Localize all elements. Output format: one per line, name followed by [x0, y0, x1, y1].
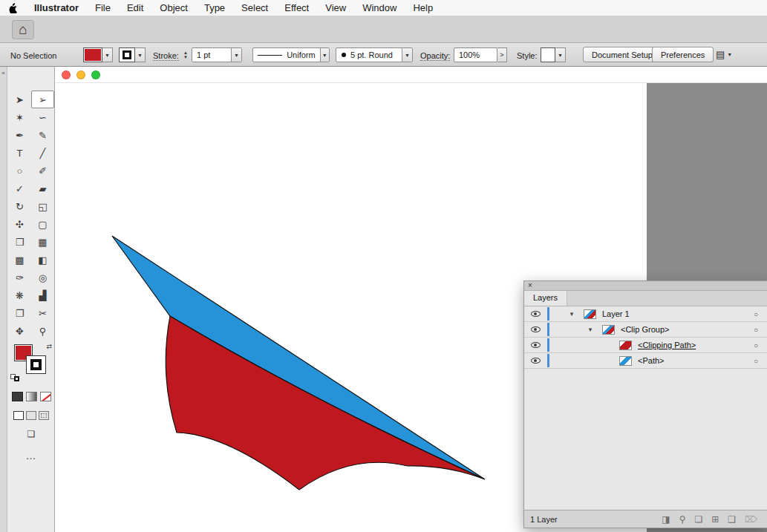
brush-dropdown-icon[interactable]: ▼: [402, 48, 412, 62]
target-circle-icon[interactable]: ○: [754, 341, 758, 349]
stroke-color-swatch[interactable]: [119, 47, 135, 62]
home-button[interactable]: ⌂: [12, 20, 34, 39]
visibility-eye-icon[interactable]: [531, 358, 541, 364]
collapse-panels-icon[interactable]: «: [1, 70, 4, 76]
rotate-tool[interactable]: ↻: [8, 197, 31, 215]
opacity-more-button[interactable]: >: [497, 47, 507, 62]
locate-object-icon[interactable]: ⚲: [679, 514, 686, 525]
slice-tool[interactable]: ✂: [31, 304, 54, 322]
delete-selection-icon[interactable]: ⌦: [745, 514, 757, 525]
default-fill-stroke-icon[interactable]: [10, 374, 19, 381]
expand-chevron-icon[interactable]: ▾: [567, 310, 576, 318]
selection-tool[interactable]: ➤: [8, 91, 31, 108]
stroke-color-control[interactable]: ▼: [119, 47, 146, 62]
layer-row-clipping-path[interactable]: <Clipping Path> ○: [524, 338, 767, 353]
menu-effect[interactable]: Effect: [284, 2, 309, 13]
menu-select[interactable]: Select: [241, 2, 268, 13]
draw-normal-icon[interactable]: [13, 411, 24, 420]
app-menu-illustrator[interactable]: Illustrator: [34, 2, 79, 13]
new-sublayer-icon[interactable]: ⊞: [711, 514, 719, 525]
paintbrush-tool[interactable]: ✐: [31, 162, 54, 180]
menu-object[interactable]: Object: [160, 2, 188, 13]
visibility-eye-icon[interactable]: [531, 311, 541, 317]
symbol-sprayer-tool[interactable]: ❋: [8, 286, 31, 304]
layer-row-path[interactable]: <Path> ○: [524, 353, 767, 369]
draw-behind-icon[interactable]: [26, 411, 36, 420]
pen-tool[interactable]: ✒: [8, 126, 31, 144]
opacity-field[interactable]: 100%: [454, 47, 497, 62]
blend-tool[interactable]: ◎: [31, 269, 54, 286]
none-mode-button[interactable]: [40, 392, 51, 401]
brush-definition-combo[interactable]: 5 pt. Round ▼: [336, 47, 413, 62]
artboard-tool[interactable]: ❐: [8, 304, 31, 322]
color-mode-button[interactable]: [12, 392, 23, 401]
menu-window[interactable]: Window: [362, 2, 396, 13]
preferences-button[interactable]: Preferences: [652, 47, 714, 62]
fill-color-control[interactable]: ▼: [83, 47, 113, 62]
variable-width-profile-combo[interactable]: Uniform ▼: [252, 47, 330, 62]
zoom-tool[interactable]: ⚲: [31, 322, 54, 340]
stroke-panel-link[interactable]: Stroke:: [153, 51, 179, 61]
document-setup-button[interactable]: Document Setup: [583, 47, 662, 62]
close-window-button[interactable]: [62, 70, 71, 79]
stroke-weight-stepper[interactable]: ▲▼: [183, 47, 188, 62]
eyedropper-tool[interactable]: ✑: [8, 269, 31, 286]
mesh-tool[interactable]: ▩: [8, 251, 31, 269]
menu-view[interactable]: View: [325, 2, 346, 13]
shaper-tool[interactable]: ✓: [8, 180, 31, 197]
stroke-weight-combo[interactable]: 1 pt ▼: [192, 47, 242, 62]
line-segment-tool[interactable]: ╱: [31, 144, 54, 162]
edit-toolbar-icon[interactable]: …: [7, 450, 55, 462]
curvature-tool[interactable]: ✎: [31, 126, 54, 144]
graphic-style-control[interactable]: ▼: [541, 47, 566, 62]
stroke-dropdown-icon[interactable]: ▼: [135, 47, 146, 62]
free-transform-tool[interactable]: ▢: [31, 215, 54, 233]
visibility-eye-icon[interactable]: [531, 326, 541, 332]
zoom-window-button[interactable]: [91, 70, 100, 79]
visibility-eye-icon[interactable]: [531, 342, 541, 348]
stroke-proxy-swatch[interactable]: [26, 355, 46, 374]
lasso-tool[interactable]: ∽: [31, 108, 54, 126]
gradient-tool[interactable]: ◧: [31, 251, 54, 269]
screen-mode-icon[interactable]: ❏: [7, 429, 55, 439]
fill-color-swatch[interactable]: [83, 47, 102, 62]
arrange-documents-control[interactable]: ▤ ▼: [716, 49, 732, 60]
eraser-tool[interactable]: ▰: [31, 180, 54, 197]
expand-chevron-icon[interactable]: ▾: [586, 326, 595, 333]
draw-inside-icon[interactable]: [39, 411, 49, 420]
hand-tool[interactable]: ✥: [8, 322, 31, 340]
target-circle-icon[interactable]: ○: [754, 310, 758, 318]
opacity-panel-link[interactable]: Opacity:: [420, 51, 450, 61]
tab-layers[interactable]: Layers: [524, 291, 567, 306]
graphic-style-dropdown-icon[interactable]: ▼: [555, 47, 566, 62]
collect-for-export-icon[interactable]: ❏: [694, 514, 702, 525]
column-graph-tool[interactable]: ▟: [31, 286, 54, 304]
gradient-mode-button[interactable]: [26, 392, 37, 401]
close-panel-icon[interactable]: ×: [528, 282, 532, 289]
target-circle-icon[interactable]: ○: [754, 357, 758, 365]
graphic-style-swatch[interactable]: [541, 47, 555, 62]
perspective-grid-tool[interactable]: ▦: [31, 233, 54, 251]
stroke-weight-dropdown-icon[interactable]: ▼: [231, 48, 241, 62]
menu-file[interactable]: File: [95, 2, 111, 13]
red-clipping-path-shape[interactable]: [166, 316, 485, 490]
minimize-window-button[interactable]: [76, 70, 85, 79]
make-release-clipping-mask-icon[interactable]: ◨: [662, 514, 670, 525]
direct-selection-tool[interactable]: ➢: [31, 91, 54, 108]
menu-edit[interactable]: Edit: [127, 2, 143, 13]
new-layer-icon[interactable]: ❑: [728, 514, 736, 525]
menu-type[interactable]: Type: [204, 2, 225, 13]
apple-menu-icon[interactable]: [9, 3, 18, 13]
shape-builder-tool[interactable]: ❒: [8, 233, 31, 251]
fill-dropdown-icon[interactable]: ▼: [102, 47, 113, 62]
target-circle-icon[interactable]: ○: [754, 326, 758, 334]
layer-row-clip-group[interactable]: ▾ <Clip Group> ○: [524, 322, 767, 338]
menu-help[interactable]: Help: [413, 2, 433, 13]
ellipse-tool[interactable]: ○: [8, 162, 31, 180]
width-tool[interactable]: ✣: [8, 215, 31, 233]
magic-wand-tool[interactable]: ✶: [8, 108, 31, 126]
layer-row-layer1[interactable]: ▾ Layer 1 ○: [524, 306, 767, 322]
scale-tool[interactable]: ◱: [31, 197, 54, 215]
swap-fill-stroke-icon[interactable]: ⇄: [46, 343, 52, 350]
stroke-profile-dropdown-icon[interactable]: ▼: [320, 48, 329, 62]
